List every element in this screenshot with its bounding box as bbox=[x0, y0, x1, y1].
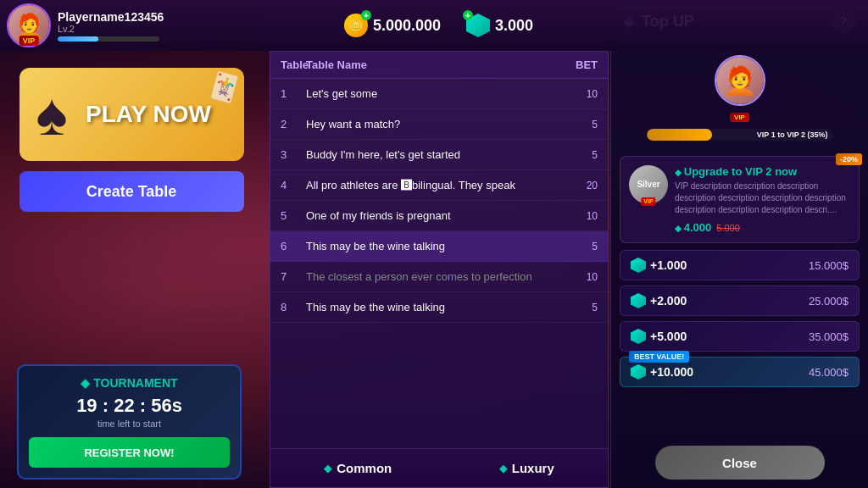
row-name: The closest a person ever comes to perfe… bbox=[306, 270, 555, 283]
vip-progress-text: VIP 1 to VIP 2 (35%) bbox=[757, 130, 828, 139]
option-gems-value: +5.000 bbox=[650, 330, 687, 343]
vip-progress-bar: VIP 1 to VIP 2 (35%) bbox=[647, 129, 833, 141]
topup-option[interactable]: +5.000 35.000$ bbox=[620, 321, 860, 352]
option-gems-value: +2.000 bbox=[650, 294, 687, 308]
option-price: 15.000$ bbox=[809, 259, 849, 272]
table-row[interactable]: 1 Let's get some 10 bbox=[270, 79, 608, 109]
table-rows: 1 Let's get some 10 2 Hey want a match? … bbox=[270, 79, 608, 436]
gem-currency[interactable]: + 3.000 bbox=[466, 14, 533, 37]
topup-option[interactable]: +2.000 25.000$ bbox=[620, 286, 860, 316]
option-gem-icon bbox=[631, 258, 646, 273]
option-price: 45.000$ bbox=[809, 366, 849, 379]
vip-progress-fill bbox=[647, 129, 712, 141]
play-now-banner[interactable]: ♠ PLAY NOW 🃏 bbox=[19, 68, 244, 161]
xp-fill bbox=[58, 36, 98, 42]
silver-vip-badge: VIP bbox=[641, 197, 655, 206]
coin-plus-icon: + bbox=[361, 10, 371, 20]
table-row[interactable]: 2 Hey want a match? 5 bbox=[270, 109, 608, 140]
tournament-title: TOURNAMENT bbox=[29, 376, 230, 390]
luxury-diamond-icon: ◆ bbox=[499, 463, 507, 474]
option-gem-icon bbox=[631, 364, 646, 380]
row-num: 8 bbox=[281, 301, 306, 313]
option-gems: +5.000 bbox=[631, 329, 687, 344]
table-row[interactable]: 3 Buddy I'm here, let's get started 5 bbox=[270, 140, 608, 170]
row-num: 1 bbox=[281, 87, 306, 100]
player-avatar-container: 🧑‍🦰 VIP bbox=[7, 3, 51, 47]
row-bet: 5 bbox=[555, 241, 598, 252]
common-diamond-icon: ◆ bbox=[324, 463, 331, 474]
row-bet: 5 bbox=[555, 149, 598, 161]
option-gem-icon bbox=[631, 293, 646, 308]
row-bet: 20 bbox=[555, 180, 598, 191]
row-num: 6 bbox=[281, 240, 306, 252]
table-footer: ◆ Common ◆ Luxury bbox=[270, 448, 608, 487]
upgrade-title: Upgrade to VIP 2 now bbox=[675, 165, 850, 178]
spade-icon: ♠ bbox=[36, 80, 68, 148]
coin-value: 5.000.000 bbox=[373, 17, 441, 35]
col-name-header: Table Name bbox=[306, 58, 555, 71]
option-gem-icon bbox=[631, 329, 646, 344]
option-price: 25.000$ bbox=[809, 295, 849, 308]
register-button[interactable]: REGISTER NOW! bbox=[29, 437, 230, 468]
discount-badge: -20% bbox=[836, 153, 862, 165]
upgrade-info: Upgrade to VIP 2 now VIP description des… bbox=[675, 165, 850, 234]
topup-avatar-image: 🧑‍🦰 bbox=[716, 57, 764, 104]
col-bet-header: BET bbox=[555, 58, 598, 71]
row-num: 3 bbox=[281, 148, 306, 161]
row-name: Hey want a match? bbox=[306, 118, 555, 130]
option-gems-value: +10.000 bbox=[650, 365, 693, 379]
coin-icon: 🪙 + bbox=[344, 14, 368, 37]
topup-vip-badge: VIP bbox=[730, 113, 749, 122]
row-num: 2 bbox=[281, 118, 306, 130]
best-value-label: BEST VALUE! bbox=[629, 351, 689, 363]
topup-option[interactable]: BEST VALUE! +10.000 45.000$ bbox=[620, 357, 860, 387]
row-name: All pro athletes are 🅱bilingual. They sp… bbox=[306, 179, 555, 191]
row-bet: 10 bbox=[555, 210, 598, 222]
topup-options: +1.000 15.000$ +2.000 25.000$ +5.000 35.… bbox=[611, 250, 868, 387]
option-gems: +1.000 bbox=[631, 258, 687, 273]
gem-value: 3.000 bbox=[495, 17, 533, 35]
option-gems: +10.000 bbox=[631, 364, 693, 380]
play-now-label: PLAY NOW bbox=[86, 101, 211, 128]
gem-wrapper: + bbox=[466, 14, 490, 37]
left-panel: ♠ PLAY NOW 🃏 Create Table TOURNAMENT 19 … bbox=[0, 51, 263, 488]
row-bet: 5 bbox=[555, 302, 598, 313]
upgrade-desc: VIP description description description … bbox=[675, 180, 850, 216]
table-panel: Table Table Name BET 1 Let's get some 10… bbox=[270, 51, 609, 488]
table-row[interactable]: 7 The closest a person ever comes to per… bbox=[270, 262, 608, 292]
row-name: One of my friends is pregnant bbox=[306, 209, 555, 222]
upgrade-card[interactable]: -20% Silver VIP Upgrade to VIP 2 now VIP… bbox=[620, 156, 860, 243]
table-row[interactable]: 5 One of my friends is pregnant 10 bbox=[270, 201, 608, 231]
topup-option[interactable]: +1.000 15.000$ bbox=[620, 250, 860, 280]
row-num: 5 bbox=[281, 209, 306, 222]
close-button[interactable]: Close bbox=[655, 446, 825, 480]
row-num: 4 bbox=[281, 179, 306, 191]
topup-profile: 🧑‍🦰 VIP VIP 1 to VIP 2 (35%) bbox=[611, 43, 868, 149]
option-price: 35.000$ bbox=[809, 330, 849, 343]
currency-section: 🪙 + 5.000.000 + 3.000 bbox=[263, 0, 615, 51]
table-row[interactable]: 4 All pro athletes are 🅱bilingual. They … bbox=[270, 170, 608, 201]
topup-panel: ◆ Top UP ? 🧑‍🦰 VIP VIP 1 to VIP 2 (35%) … bbox=[610, 0, 868, 488]
gem-plus-icon: + bbox=[463, 10, 473, 20]
table-row[interactable]: 8 This may be the wine talking 5 bbox=[270, 292, 608, 323]
upgrade-current-price: 4.000 bbox=[675, 221, 711, 234]
cards-decoration: 🃏 bbox=[205, 69, 243, 105]
row-name: Buddy I'm here, let's get started bbox=[306, 148, 555, 161]
coin-currency[interactable]: 🪙 + 5.000.000 bbox=[344, 14, 441, 37]
silver-badge: Silver VIP bbox=[629, 165, 668, 204]
option-gems-value: +1.000 bbox=[650, 258, 687, 272]
table-header: Table Table Name BET bbox=[270, 52, 608, 79]
tab-common[interactable]: ◆ Common bbox=[324, 461, 392, 475]
tab-luxury-label: Luxury bbox=[512, 461, 554, 475]
row-name: This may be the wine talking bbox=[306, 301, 555, 313]
row-bet: 10 bbox=[555, 88, 598, 100]
tab-common-label: Common bbox=[337, 461, 392, 475]
tab-luxury[interactable]: ◆ Luxury bbox=[499, 461, 554, 475]
upgrade-price: 4.000 5.000 bbox=[675, 221, 850, 234]
create-table-button[interactable]: Create Table bbox=[19, 171, 244, 212]
col-table-header: Table bbox=[281, 58, 306, 71]
xp-bar bbox=[58, 36, 159, 42]
row-bet: 5 bbox=[555, 119, 598, 130]
silver-label: Silver bbox=[637, 180, 659, 190]
table-row[interactable]: 6 This may be the wine talking 5 bbox=[270, 231, 608, 262]
